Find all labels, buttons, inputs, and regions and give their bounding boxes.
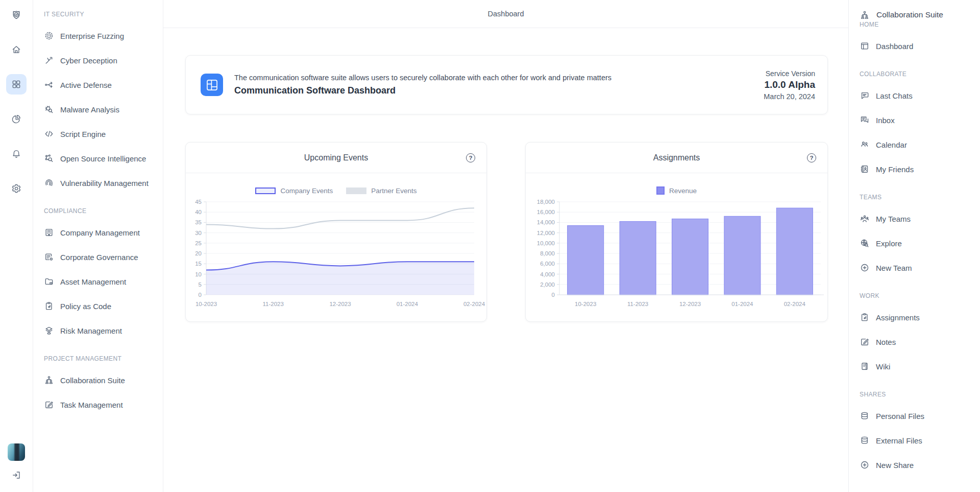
open-source-intelligence-icon (44, 153, 54, 163)
svg-text:0: 0 (199, 292, 202, 298)
sidebar-item-cyber-deception[interactable]: Cyber Deception (44, 48, 158, 73)
svg-text:01-2024: 01-2024 (397, 301, 419, 307)
nav-item-label: Cyber Deception (60, 56, 117, 65)
malware-analysis-icon (44, 104, 54, 114)
user-avatar[interactable] (8, 443, 25, 461)
sidebar-item-company-management[interactable]: Company Management (44, 220, 158, 245)
rail-item-home[interactable] (6, 39, 27, 60)
svg-text:11-2023: 11-2023 (263, 301, 284, 307)
nav-item-label: Vulnerability Management (60, 179, 149, 188)
apps-icon (11, 79, 21, 90)
cyber-deception-icon (44, 55, 54, 65)
rightbar-item-new-team[interactable]: New Team (860, 255, 975, 280)
rightbar-item-dashboard[interactable]: Dashboard (860, 34, 975, 58)
corporate-governance-icon (44, 252, 54, 262)
rightbar-item-inbox[interactable]: Inbox (860, 108, 975, 132)
nav-item-label: Corporate Governance (60, 253, 138, 262)
rightbar-item-my-friends[interactable]: My Friends (860, 157, 975, 181)
home-icon (11, 44, 21, 55)
nav-item-label: Script Engine (60, 130, 106, 138)
svg-text:18,000: 18,000 (537, 199, 555, 205)
nav-item-label: Notes (876, 338, 896, 346)
rightbar-item-calendar[interactable]: Calendar (860, 132, 975, 157)
notes-icon (860, 337, 870, 347)
left-sidebar: IT SECURITYEnterprise FuzzingCyber Decep… (33, 0, 163, 492)
sidebar-item-malware-analysis[interactable]: Malware Analysis (44, 97, 158, 122)
nav-item-label: Asset Management (60, 277, 126, 286)
sidebar-item-enterprise-fuzzing[interactable]: Enterprise Fuzzing (44, 24, 158, 48)
nav-item-label: Malware Analysis (60, 105, 119, 114)
sidebar-item-script-engine[interactable]: Script Engine (44, 122, 158, 146)
assignments-header: Assignments ? (526, 143, 827, 173)
collaboration-suite-icon (44, 375, 54, 385)
svg-text:01-2024: 01-2024 (731, 301, 753, 307)
svg-text:45: 45 (195, 199, 202, 205)
external-files-icon (860, 435, 870, 446)
sidebar-item-policy-as-code[interactable]: Policy as Code (44, 294, 158, 318)
service-version-block: Service Version 1.0.0 Alpha March 20, 20… (764, 69, 815, 101)
section-title-collaborate: COLLABORATE (860, 71, 975, 78)
rail-item-notifications[interactable] (6, 144, 27, 164)
rightbar-item-wiki[interactable]: Wiki (860, 354, 975, 379)
svg-text:10,000: 10,000 (537, 240, 555, 246)
line-chart[interactable]: 05101520253035404510-202311-202312-20230… (186, 197, 486, 324)
shield-check-icon (11, 8, 21, 22)
sidebar-item-task-management[interactable]: Task Management (44, 392, 158, 417)
rightbar-item-my-teams[interactable]: My Teams (860, 206, 975, 231)
rail-item-settings[interactable] (6, 178, 27, 199)
main-area: Dashboard The communication software sui… (163, 0, 848, 492)
svg-text:25: 25 (195, 240, 202, 246)
sidebar-item-vulnerability-management[interactable]: Vulnerability Management (44, 171, 158, 195)
nav-item-label: Task Management (60, 401, 123, 409)
svg-text:02-2024: 02-2024 (784, 301, 806, 307)
sidebar-item-open-source-intelligence[interactable]: Open Source Intelligence (44, 146, 158, 171)
rightbar-item-new-share[interactable]: New Share (860, 453, 975, 477)
legend-label: Partner Events (371, 187, 416, 195)
help-icon[interactable]: ? (466, 153, 475, 162)
my-teams-icon (860, 214, 870, 224)
assignments-legend: Revenue (526, 186, 827, 195)
upcoming-events-card: Upcoming Events ? Company EventsPartner … (185, 142, 487, 322)
sidebar-item-corporate-governance[interactable]: Corporate Governance (44, 245, 158, 269)
explore-icon (860, 238, 870, 248)
rail-item-reports[interactable] (6, 109, 27, 129)
icon-rail (0, 0, 33, 492)
svg-text:14,000: 14,000 (537, 219, 555, 225)
rightbar-item-last-chats[interactable]: Last Chats (860, 83, 975, 108)
section-title-teams: TEAMS (860, 194, 975, 201)
sidebar-item-asset-management[interactable]: Asset Management (44, 269, 158, 294)
sidebar-item-active-defense[interactable]: Active Defense (44, 73, 158, 97)
service-header-card: The communication software suite allows … (185, 55, 828, 114)
svg-text:40: 40 (195, 209, 202, 215)
svg-text:15: 15 (195, 261, 202, 267)
nav-item-label: Dashboard (876, 42, 913, 51)
bar-chart[interactable]: 02,0004,0006,0008,00010,00012,00014,0001… (526, 197, 827, 324)
rightbar-item-explore[interactable]: Explore (860, 231, 975, 255)
svg-text:20: 20 (195, 250, 202, 256)
nav-item-label: External Files (876, 436, 922, 445)
upcoming-events-legend: Company EventsPartner Events (186, 186, 486, 195)
active-defense-icon (44, 80, 54, 90)
legend-swatch (656, 186, 665, 195)
rightbar-item-personal-files[interactable]: Personal Files (860, 404, 975, 428)
rightbar-item-external-files[interactable]: External Files (860, 428, 975, 453)
calendar-icon (860, 139, 870, 150)
help-icon[interactable]: ? (807, 153, 816, 162)
topbar: Dashboard (163, 0, 848, 28)
notifications-icon (11, 148, 21, 159)
logout-button[interactable] (7, 466, 26, 484)
service-title: Communication Software Dashboard (234, 85, 764, 96)
section-title-project-management: PROJECT MANAGEMENT (44, 355, 158, 363)
rightbar-item-assignments[interactable]: Assignments (860, 305, 975, 330)
rail-item-apps[interactable] (6, 74, 27, 95)
sidebar-item-collaboration-suite[interactable]: Collaboration Suite (44, 368, 158, 392)
svg-text:30: 30 (195, 230, 202, 236)
nav-item-label: Personal Files (876, 412, 924, 420)
risk-management-icon (44, 325, 54, 336)
rightbar-item-notes[interactable]: Notes (860, 330, 975, 354)
svg-text:10: 10 (195, 271, 202, 277)
sidebar-item-risk-management[interactable]: Risk Management (44, 318, 158, 343)
svg-text:11-2023: 11-2023 (627, 301, 648, 307)
nav-item-label: Enterprise Fuzzing (60, 32, 124, 40)
enterprise-fuzzing-icon (44, 31, 54, 41)
